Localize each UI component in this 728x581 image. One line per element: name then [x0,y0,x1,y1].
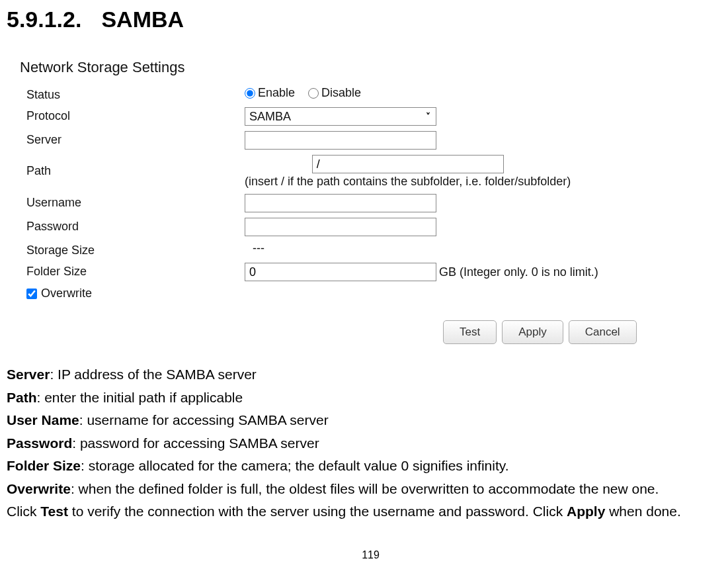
apply-button[interactable]: Apply [502,320,563,344]
desc-overwrite-term: Overwrite [7,481,71,496]
desc-apply-bold: Apply [567,504,605,519]
path-input[interactable] [312,155,504,173]
server-label: Server [20,131,245,147]
desc-password-text: : password for accessing SAMBA server [72,435,319,451]
desc-foldersize-text: : storage allocated for the camera; the … [81,458,508,473]
folder-size-hint: GB (Integer only. 0 is no limit.) [439,265,598,279]
status-disable-option[interactable]: Disable [308,86,361,100]
folder-size-row: Folder Size GB (Integer only. 0 is no li… [20,263,728,281]
overwrite-label: Overwrite [41,287,92,300]
cancel-button[interactable]: Cancel [569,320,637,344]
path-hint: (insert / if the path contains the subfo… [245,175,571,189]
storage-size-label: Storage Size [20,242,245,257]
status-disable-label: Disable [321,86,361,100]
page-number: 119 [7,549,728,561]
username-label: Username [20,194,245,210]
username-input[interactable] [245,194,436,212]
field-descriptions: Server: IP address of the SAMBA server P… [7,364,728,523]
overwrite-row: Overwrite [20,287,728,300]
desc-test-bold: Test [40,504,68,519]
desc-click-end: when done. [605,504,680,519]
status-enable-option[interactable]: Enable [245,86,295,100]
password-row: Password [20,218,728,236]
section-heading: 5.9.1.2.SAMBA [7,7,728,32]
overwrite-checkbox[interactable] [26,289,37,299]
path-label: Path [20,155,245,178]
settings-panel: Network Storage Settings Status Enable D… [20,59,728,344]
button-row: Test Apply Cancel [443,320,728,344]
status-enable-radio[interactable] [245,88,255,99]
storage-size-value: --- [245,242,264,255]
desc-path-term: Path [7,390,37,405]
section-number: 5.9.1.2. [7,7,81,32]
desc-path-text: : enter the initial path if applicable [37,390,243,405]
status-label: Status [20,86,245,102]
desc-server-text: : IP address of the SAMBA server [50,367,256,382]
server-input[interactable] [245,131,436,150]
desc-username-term: User Name [7,412,79,427]
chevron-down-icon: ˅ [426,111,430,122]
status-enable-label: Enable [258,86,295,100]
storage-size-row: Storage Size --- [20,242,728,257]
server-row: Server [20,131,728,150]
desc-foldersize-term: Folder Size [7,458,81,473]
desc-password-term: Password [7,435,72,451]
protocol-value: SAMBA [245,108,436,126]
password-input[interactable] [245,218,436,236]
username-row: Username [20,194,728,212]
password-label: Password [20,218,245,234]
section-title: SAMBA [101,7,184,32]
test-button[interactable]: Test [443,320,497,344]
desc-username-text: : username for accessing SAMBA server [79,412,329,427]
path-row: Path (insert / if the path contains the … [20,155,728,189]
desc-overwrite-text: : when the defined folder is full, the o… [71,481,659,496]
desc-click-pre: Click [7,504,40,519]
folder-size-input[interactable] [245,263,436,281]
status-row: Status Enable Disable [20,86,728,102]
desc-click-mid: to verify the connection with the server… [68,504,567,519]
folder-size-label: Folder Size [20,263,245,279]
protocol-label: Protocol [20,107,245,123]
status-disable-radio[interactable] [308,88,319,99]
panel-title: Network Storage Settings [20,59,728,76]
desc-server-term: Server [7,367,50,382]
protocol-row: Protocol SAMBA ˅ [20,107,728,126]
protocol-select[interactable]: SAMBA ˅ [245,107,436,126]
